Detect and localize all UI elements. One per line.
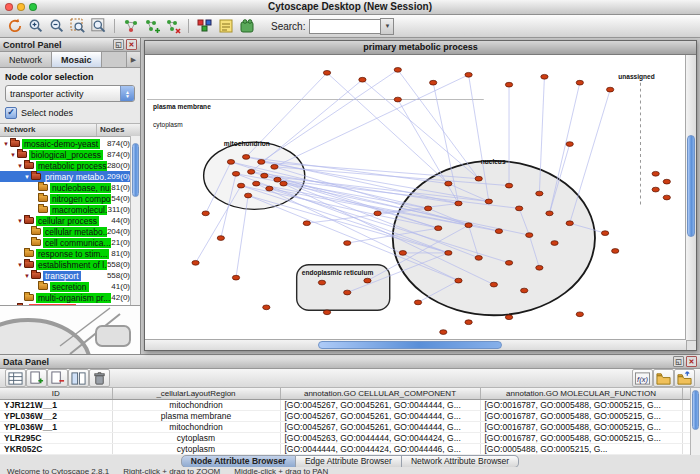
- table-cell[interactable]: cytoplasm: [112, 433, 280, 444]
- network-node[interactable]: [475, 176, 482, 181]
- network-node[interactable]: [374, 211, 381, 216]
- canvas-vertical-scrollbar[interactable]: [685, 55, 696, 340]
- network-node[interactable]: [505, 260, 512, 265]
- delete-entries-button[interactable]: [89, 369, 110, 387]
- table-cell[interactable]: cytoplasm: [112, 444, 280, 455]
- create-network-view-button[interactable]: [141, 17, 162, 36]
- float-data-panel-icon[interactable]: ◱: [673, 356, 684, 367]
- zoom-in-button[interactable]: [25, 17, 46, 36]
- network-edge[interactable]: [274, 75, 468, 167]
- tab-mosaic[interactable]: Mosaic: [52, 52, 102, 67]
- control-panel-header[interactable]: Control Panel ◱ ✕: [0, 38, 140, 52]
- table-cell[interactable]: YPL036W__1: [0, 422, 112, 433]
- network-node[interactable]: [192, 260, 199, 265]
- select-attributes-button[interactable]: [5, 369, 26, 387]
- table-cell[interactable]: plasma membrane: [112, 411, 280, 422]
- network-node[interactable]: [344, 290, 351, 295]
- network-node[interactable]: [505, 315, 512, 320]
- tree-row[interactable]: nitrogen compo...54(0): [0, 193, 140, 204]
- network-node[interactable]: [652, 171, 659, 176]
- create-attribute-button[interactable]: [26, 369, 47, 387]
- network-view-title[interactable]: primary metabolic process: [145, 41, 696, 55]
- network-node[interactable]: [521, 288, 528, 293]
- data-panel-header[interactable]: Data Panel ◱ ✕: [0, 355, 700, 369]
- tab-network-attribute-browser[interactable]: Network Attribute Browser: [402, 455, 519, 468]
- tree-row[interactable]: ▼biological_process874(0): [0, 149, 140, 160]
- network-node[interactable]: [303, 221, 310, 226]
- column-header[interactable]: ID: [0, 388, 112, 400]
- tree-header-nodes[interactable]: Nodes: [97, 124, 140, 136]
- tree-row[interactable]: cell communica...21(0): [0, 237, 140, 248]
- node-color-combobox[interactable]: transporter activity ▲▼: [5, 85, 135, 102]
- expander-icon[interactable]: ▼: [16, 163, 24, 169]
- network-node[interactable]: [663, 195, 670, 200]
- vizmapper-button[interactable]: [194, 17, 215, 36]
- table-cell[interactable]: [GO:0044444, GO:0044424, GO:0044446, G..…: [280, 444, 480, 455]
- tab-scroll-right-icon[interactable]: ▶: [126, 52, 140, 67]
- modify-attributes-button[interactable]: [68, 369, 89, 387]
- network-edge[interactable]: [327, 73, 448, 184]
- table-cell[interactable]: YLR295C: [0, 433, 112, 444]
- plugins-button[interactable]: [236, 17, 257, 36]
- expander-icon[interactable]: ▼: [16, 218, 24, 224]
- network-node[interactable]: [323, 310, 330, 315]
- network-node[interactable]: [440, 330, 447, 335]
- network-node[interactable]: [258, 160, 265, 165]
- network-node[interactable]: [263, 305, 270, 310]
- float-panel-icon[interactable]: ◱: [113, 39, 124, 50]
- network-node[interactable]: [359, 77, 366, 82]
- table-row[interactable]: YPL036W__1mitochondrion[GO:0045267, GO:0…: [0, 422, 700, 433]
- canvas-hscroll-thumb[interactable]: [318, 341, 502, 349]
- table-row[interactable]: YLR295Ccytoplasm[GO:0045263, GO:0044444,…: [0, 433, 700, 444]
- network-node[interactable]: [455, 278, 462, 283]
- annotation-button[interactable]: [215, 17, 236, 36]
- table-row[interactable]: YKR052Ccytoplasm[GO:0044444, GO:0044424,…: [0, 444, 700, 455]
- close-data-panel-icon[interactable]: ✕: [686, 356, 697, 367]
- table-cell[interactable]: [GO:0016787, GO:0005488, GO:0005215, G..…: [480, 422, 682, 433]
- network-node[interactable]: [414, 300, 421, 305]
- network-node[interactable]: [495, 229, 502, 234]
- tree-row[interactable]: unassigned223(0): [0, 303, 140, 305]
- network-node[interactable]: [465, 320, 472, 325]
- canvas-vscroll-thumb[interactable]: [687, 135, 695, 238]
- tree-row[interactable]: macromolecul...311(0): [0, 204, 140, 215]
- network-node[interactable]: [430, 80, 437, 85]
- network-node[interactable]: [601, 231, 608, 236]
- tree-row[interactable]: multi-organism pr...42(0): [0, 292, 140, 303]
- zoom-selected-button[interactable]: [67, 17, 88, 36]
- column-header[interactable]: annotation.GO CELLULAR_COMPONENT: [280, 388, 480, 400]
- tree-row[interactable]: ▼metabolic process280(0): [0, 160, 140, 171]
- network-node[interactable]: [505, 183, 512, 188]
- network-node[interactable]: [318, 280, 325, 285]
- network-canvas[interactable]: plasma membranecytoplasmmitochondrionnuc…: [145, 55, 686, 340]
- network-edge[interactable]: [261, 70, 398, 162]
- network-node[interactable]: [445, 251, 452, 256]
- network-node[interactable]: [232, 275, 239, 280]
- table-cell[interactable]: YKR052C: [0, 444, 112, 455]
- network-node[interactable]: [344, 241, 351, 246]
- network-node[interactable]: [445, 181, 452, 186]
- table-cell[interactable]: YDR039C__1: [0, 455, 112, 456]
- select-nodes-checkbox[interactable]: ✓: [5, 107, 17, 119]
- network-node[interactable]: [237, 183, 244, 188]
- table-row[interactable]: YPL036W__2plasma membrane[GO:0045267, GO…: [0, 411, 700, 422]
- table-scrollbar-thumb[interactable]: [692, 390, 699, 430]
- canvas-horizontal-scrollbar[interactable]: [145, 339, 686, 350]
- table-row[interactable]: YJR121W__1mitochondrion[GO:0045267, GO:0…: [0, 400, 700, 411]
- expander-icon[interactable]: ▼: [23, 174, 31, 180]
- network-node[interactable]: [490, 282, 497, 287]
- attribute-equation-button[interactable]: f(x): [632, 369, 653, 387]
- network-node[interactable]: [652, 187, 659, 192]
- network-edge[interactable]: [398, 70, 479, 179]
- network-node[interactable]: [364, 278, 371, 283]
- table-cell[interactable]: [GO:0016787, GO:0005488, GO:0005215, G..…: [480, 400, 682, 411]
- network-node[interactable]: [261, 173, 268, 178]
- table-cell[interactable]: YPL036W__2: [0, 411, 112, 422]
- table-cell[interactable]: mitochondrion: [112, 422, 280, 433]
- network-node[interactable]: [485, 199, 492, 204]
- network-node[interactable]: [663, 179, 670, 184]
- table-cell[interactable]: [GO:0016787, GO:0005488, GO:0005215, G..…: [480, 433, 682, 444]
- tree-row[interactable]: ▼mosaic-demo-yeast874(0): [0, 138, 140, 149]
- tree-scrollbar-thumb[interactable]: [132, 143, 139, 197]
- network-node[interactable]: [274, 177, 281, 182]
